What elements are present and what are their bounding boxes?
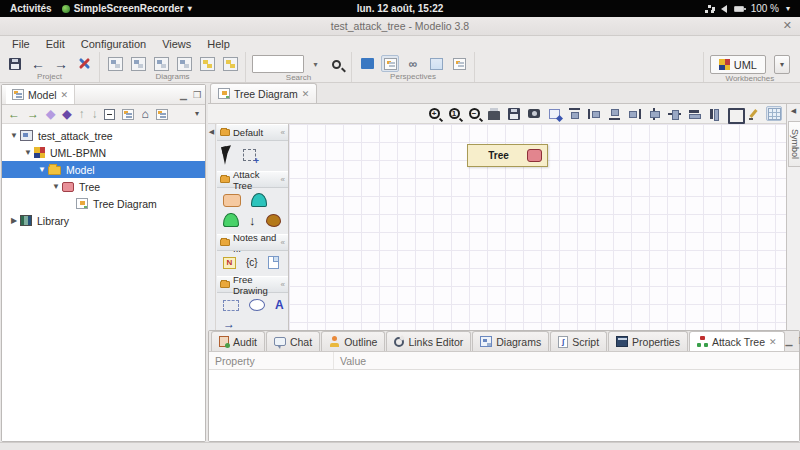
- tab-close-icon[interactable]: ✕: [769, 337, 777, 347]
- window-close-button[interactable]: ✕: [783, 19, 792, 32]
- system-tray[interactable]: 100 % ▾: [705, 3, 800, 14]
- format-painter-button[interactable]: [746, 106, 762, 121]
- text-tool[interactable]: A: [275, 298, 284, 312]
- panel-minimize-button[interactable]: ▁: [180, 90, 187, 100]
- workbench-selector[interactable]: UML: [710, 55, 766, 74]
- palette-section-notes[interactable]: Notes and ... «: [217, 234, 288, 251]
- connector-tool[interactable]: ↓: [249, 214, 256, 227]
- select-tool[interactable]: [221, 145, 235, 165]
- tab-links-editor[interactable]: Links Editor: [386, 331, 471, 351]
- tree-root-tool[interactable]: [223, 194, 241, 207]
- expander-icon[interactable]: ▼: [50, 182, 62, 191]
- section-collapse-icon[interactable]: «: [281, 128, 285, 137]
- grid-toggle-button[interactable]: [766, 106, 782, 121]
- fit-content-button[interactable]: [726, 106, 742, 121]
- section-collapse-icon[interactable]: «: [281, 238, 285, 247]
- print-button[interactable]: [486, 106, 502, 121]
- menu-help[interactable]: Help: [199, 38, 238, 50]
- nav-forward-button[interactable]: →: [27, 108, 39, 120]
- diagram-canvas[interactable]: Tree: [289, 124, 786, 330]
- document-tool[interactable]: [268, 256, 279, 269]
- nav-back-button[interactable]: ←: [8, 108, 20, 120]
- palette-collapse-button[interactable]: ◀: [208, 124, 216, 330]
- tree-row-uml-bpmn[interactable]: ▼ UML-BPMN: [2, 144, 205, 161]
- zoom-in-button[interactable]: +: [426, 106, 442, 121]
- model-tab[interactable]: Model ✕: [6, 85, 75, 104]
- screenshot-button[interactable]: [526, 106, 542, 121]
- expander-icon[interactable]: ▼: [36, 165, 48, 174]
- tree-row-tree-diagram[interactable]: Tree Diagram: [2, 195, 205, 212]
- related-elements-button[interactable]: ◆: [46, 108, 55, 120]
- panel-maximize-button[interactable]: ❒: [193, 90, 201, 100]
- expander-icon[interactable]: ▶: [8, 216, 20, 225]
- sync-tree-button[interactable]: [156, 109, 168, 120]
- expander-icon[interactable]: ▼: [22, 148, 34, 157]
- tree-row-project[interactable]: ▼ test_attack_tree: [2, 127, 205, 144]
- grid-perspective-button[interactable]: [427, 55, 445, 72]
- tree-node[interactable]: Tree: [467, 144, 548, 167]
- package-diagram-button[interactable]: [129, 55, 147, 72]
- tree-row-tree[interactable]: ▼ Tree: [2, 178, 205, 195]
- tree-row-model[interactable]: ▼ Model: [2, 161, 205, 178]
- palette-section-default[interactable]: Default «: [217, 124, 288, 141]
- view-menu-button[interactable]: ▾: [195, 110, 199, 118]
- leaf-node-tool[interactable]: [266, 214, 281, 227]
- tab-chat[interactable]: Chat: [266, 331, 320, 351]
- section-collapse-icon[interactable]: «: [281, 280, 285, 289]
- rectangle-tool[interactable]: [223, 300, 239, 311]
- panel-minimize-button[interactable]: ▁: [786, 336, 793, 346]
- tab-diagrams[interactable]: Diagrams: [472, 331, 549, 351]
- palette-section-free-drawing[interactable]: Free Drawing «: [217, 276, 288, 293]
- collapse-all-button[interactable]: [104, 109, 115, 120]
- align-bottom-button[interactable]: [606, 106, 622, 121]
- model-perspective-button[interactable]: [358, 55, 376, 72]
- composite-diagram-button[interactable]: [175, 55, 193, 72]
- symbol-tab[interactable]: Symbol: [788, 121, 800, 167]
- tab-script[interactable]: ʃ Script: [550, 331, 607, 351]
- zoom-out-button[interactable]: −: [466, 106, 482, 121]
- tab-attack-tree[interactable]: Attack Tree ✕: [689, 331, 785, 351]
- menu-file[interactable]: File: [4, 38, 38, 50]
- save-button[interactable]: [6, 55, 24, 72]
- outline-perspective-button[interactable]: [381, 55, 399, 72]
- links-perspective-button[interactable]: ∞: [404, 55, 422, 72]
- menu-views[interactable]: Views: [154, 38, 199, 50]
- ellipse-tool[interactable]: [249, 299, 265, 311]
- constraint-tool[interactable]: {c}: [246, 257, 258, 268]
- same-height-button[interactable]: [706, 106, 722, 121]
- clock[interactable]: lun. 12 août, 15:22: [357, 3, 444, 14]
- menu-configuration[interactable]: Configuration: [73, 38, 154, 50]
- window-titlebar[interactable]: test_attack_tree - Modelio 3.8 ✕: [0, 17, 800, 36]
- tree-diagram-tab[interactable]: Tree Diagram ✕: [210, 83, 317, 103]
- search-button[interactable]: [327, 56, 345, 73]
- menu-edit[interactable]: Edit: [38, 38, 73, 50]
- search-input[interactable]: [252, 55, 304, 73]
- property-table-body[interactable]: [209, 370, 799, 441]
- search-history-dropdown[interactable]: ▾: [309, 55, 322, 73]
- align-top-button[interactable]: [566, 106, 582, 121]
- center-vertical-button[interactable]: [646, 106, 662, 121]
- move-up-button[interactable]: ↑: [78, 108, 84, 120]
- redo-button[interactable]: →: [52, 55, 70, 72]
- activities-button[interactable]: Activités: [10, 3, 52, 14]
- matrix-diagram-button[interactable]: [221, 55, 239, 72]
- center-horizontal-button[interactable]: [666, 106, 682, 121]
- palette-section-attack-tree[interactable]: Attack Tree «: [217, 171, 288, 188]
- tab-outline[interactable]: Outline: [321, 331, 385, 351]
- same-width-button[interactable]: [686, 106, 702, 121]
- zoom-original-button[interactable]: 1: [446, 106, 462, 121]
- related-elements-dark-button[interactable]: ◆: [62, 108, 71, 120]
- expander-icon[interactable]: ▼: [8, 131, 20, 140]
- line-tool[interactable]: →: [223, 318, 235, 330]
- undo-button[interactable]: ←: [29, 55, 47, 72]
- align-left-button[interactable]: [586, 106, 602, 121]
- app-indicator[interactable]: SimpleScreenRecorder ▾: [62, 3, 192, 14]
- workbench-dropdown-button[interactable]: ▾: [774, 55, 790, 74]
- matrix-perspective-button[interactable]: [450, 55, 468, 72]
- tab-audit[interactable]: Audit: [211, 331, 265, 351]
- align-right-button[interactable]: [626, 106, 642, 121]
- home-button[interactable]: ⌂: [141, 108, 148, 120]
- marquee-zoom-button[interactable]: [546, 106, 562, 121]
- save-image-button[interactable]: [506, 106, 522, 121]
- class-diagram-button[interactable]: [106, 55, 124, 72]
